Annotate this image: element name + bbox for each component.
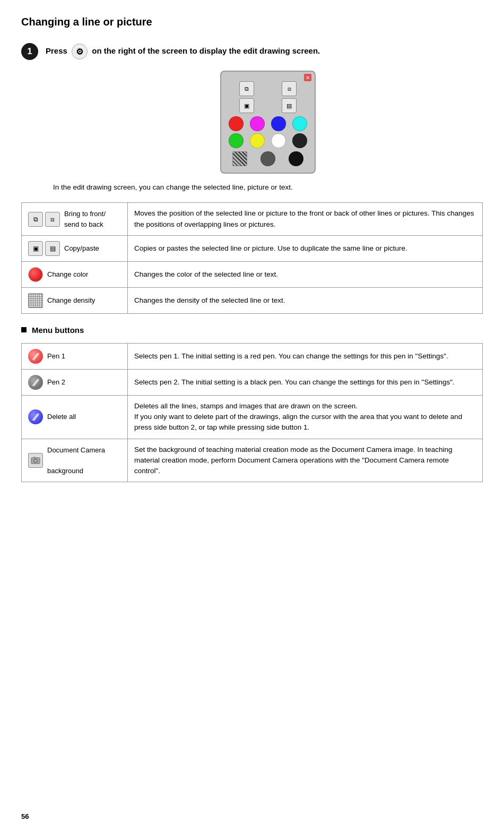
- copy-paste-icons: ▣ ▤: [28, 241, 60, 256]
- table-row: ▣ ▤ Copy/paste Copies or pastes the sele…: [22, 235, 483, 261]
- label-cell-change-color: Change color: [22, 261, 128, 287]
- bring-to-front-table-icon: ⧉: [28, 212, 43, 227]
- density-light[interactable]: [232, 151, 247, 166]
- change-color-label: Change color: [47, 269, 88, 280]
- step-caption: In the edit drawing screen, you can chan…: [53, 182, 483, 193]
- table-row: Pen 1 Selects pen 1. The initial setting…: [22, 343, 483, 369]
- bring-to-front-desc: Moves the position of the selected line …: [128, 203, 483, 236]
- density-medium[interactable]: [260, 151, 275, 166]
- color-black[interactable]: [292, 133, 307, 148]
- delete-all-label: Delete all: [47, 412, 76, 422]
- color-cyan[interactable]: [292, 116, 307, 131]
- step-1-row: 1 Press ⚙ on the right of the screen to …: [21, 43, 483, 60]
- color-white[interactable]: [271, 133, 286, 148]
- change-color-icon: [28, 267, 43, 282]
- dialog-close-button[interactable]: ✕: [304, 74, 311, 81]
- density-dark[interactable]: [289, 151, 303, 166]
- bring-to-front-label: Bring to front/send to back: [64, 209, 106, 229]
- color-yellow[interactable]: [250, 133, 265, 148]
- label-cell-copy-paste: ▣ ▤ Copy/paste: [22, 235, 128, 261]
- doc-camera-desc: Set the background of teaching material …: [128, 439, 483, 482]
- copy-paste-label: Copy/paste: [64, 243, 99, 254]
- settings-icon[interactable]: ⚙: [72, 44, 88, 59]
- table-row: Document Camerabackground Set the backgr…: [22, 439, 483, 482]
- page-title: Changing a line or picture: [21, 16, 483, 28]
- label-cell-change-density: Change density: [22, 287, 128, 313]
- copy-icon[interactable]: ▣: [239, 98, 254, 113]
- svg-rect-3: [33, 457, 36, 458]
- features-table: ⧉ ⧈ Bring to front/send to back Moves th…: [21, 202, 483, 314]
- bring-to-front-icons: ⧉ ⧈: [28, 212, 60, 227]
- copy-paste-desc: Copies or pastes the selected line or pi…: [128, 235, 483, 261]
- label-cell-pen1: Pen 1: [22, 343, 128, 369]
- svg-point-2: [34, 460, 37, 462]
- pen2-icon: [28, 375, 43, 390]
- pen1-label: Pen 1: [47, 351, 65, 362]
- paste-icon[interactable]: ▤: [282, 98, 297, 113]
- label-cell-doc-camera: Document Camerabackground: [22, 439, 128, 482]
- page-number: 56: [21, 812, 29, 820]
- edit-drawing-dialog: ✕ ⧉ ⧈ ▣ ▤: [220, 71, 316, 174]
- pen2-label: Pen 2: [47, 377, 65, 388]
- table-row: Change color Changes the color of the se…: [22, 261, 483, 287]
- doc-camera-label: Document Camerabackground: [47, 445, 105, 476]
- bullet-square: [21, 327, 27, 332]
- color-blue[interactable]: [271, 116, 286, 131]
- change-color-desc: Changes the color of the selected line o…: [128, 261, 483, 287]
- pen1-icon: [28, 349, 43, 364]
- doc-camera-icon: [28, 453, 43, 468]
- delete-all-desc: Deletes all the lines, stamps and images…: [128, 395, 483, 439]
- copy-table-icon: ▣: [28, 241, 43, 256]
- send-to-back-table-icon: ⧈: [45, 212, 60, 227]
- step-number: 1: [21, 43, 38, 60]
- label-cell-delete-all: Delete all: [22, 395, 128, 439]
- change-density-icon: [28, 293, 43, 308]
- table-row: Pen 2 Selects pen 2. The initial setting…: [22, 369, 483, 395]
- pen2-desc: Selects pen 2. The initial setting is a …: [128, 369, 483, 395]
- pen1-desc: Selects pen 1. The initial setting is a …: [128, 343, 483, 369]
- menu-buttons-table: Pen 1 Selects pen 1. The initial setting…: [21, 343, 483, 483]
- step-instruction: Press ⚙ on the right of the screen to di…: [46, 44, 320, 59]
- label-cell-bring-to-front: ⧉ ⧈ Bring to front/send to back: [22, 203, 128, 236]
- color-green[interactable]: [229, 133, 244, 148]
- bring-to-front-icon[interactable]: ⧉: [239, 81, 254, 96]
- table-row: Change density Changes the density of th…: [22, 287, 483, 313]
- table-row: ⧉ ⧈ Bring to front/send to back Moves th…: [22, 203, 483, 236]
- delete-all-icon: [28, 409, 43, 424]
- label-cell-pen2: Pen 2: [22, 369, 128, 395]
- color-red[interactable]: [229, 116, 244, 131]
- change-density-label: Change density: [47, 295, 95, 306]
- paste-table-icon: ▤: [45, 241, 60, 256]
- send-to-back-icon[interactable]: ⧈: [282, 81, 297, 96]
- dialog-image-container: ✕ ⧉ ⧈ ▣ ▤: [53, 71, 483, 174]
- change-density-desc: Changes the density of the selected line…: [128, 287, 483, 313]
- color-magenta[interactable]: [250, 116, 265, 131]
- table-row: Delete all Deletes all the lines, stamps…: [22, 395, 483, 439]
- menu-buttons-heading: Menu buttons: [21, 326, 483, 335]
